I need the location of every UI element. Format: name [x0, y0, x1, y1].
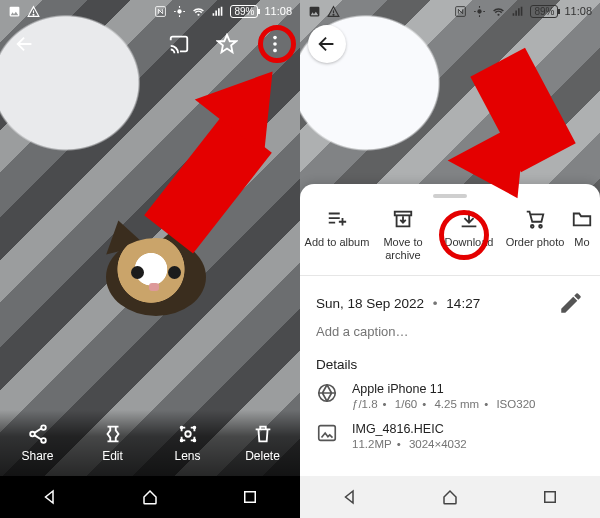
delete-button[interactable]: Delete — [225, 410, 300, 476]
nav-bar — [300, 476, 600, 518]
lens-icon — [177, 423, 199, 445]
svg-point-2 — [178, 9, 182, 13]
svg-rect-18 — [395, 212, 412, 216]
viewer-actions: Share Edit Lens Delete — [0, 410, 300, 476]
details-heading: Details — [316, 357, 584, 372]
share-icon — [27, 423, 49, 445]
camera-name: Apple iPhone 11 — [352, 382, 535, 396]
divider — [300, 275, 600, 276]
nav-home[interactable] — [433, 480, 467, 514]
nav-back[interactable] — [33, 480, 67, 514]
cast-button[interactable] — [162, 27, 196, 61]
archive-icon — [392, 208, 414, 230]
home-outline-icon — [441, 488, 459, 506]
action-label: Mo — [574, 236, 589, 249]
svg-point-9 — [185, 431, 191, 437]
clock: 11:08 — [564, 5, 592, 17]
svg-point-8 — [41, 438, 46, 443]
wifi-icon — [192, 5, 205, 18]
image-icon — [8, 5, 21, 18]
bottom-sheet[interactable]: Add to album Move toarchive Download Ord… — [300, 184, 600, 476]
annotation-circle — [258, 25, 296, 63]
signal-icon — [211, 5, 224, 18]
svg-rect-22 — [319, 426, 336, 441]
location-icon — [473, 5, 486, 18]
aperture-icon — [316, 382, 338, 404]
action-label: Move toarchive — [383, 236, 422, 261]
svg-point-17 — [478, 9, 482, 13]
edit-icon — [102, 423, 124, 445]
photo-datetime: Sun, 18 Sep 2022 14:27 — [316, 296, 480, 311]
nav-recent[interactable] — [233, 480, 267, 514]
annotation-arrow — [135, 70, 275, 250]
svg-point-0 — [33, 14, 34, 15]
square-icon — [541, 488, 559, 506]
svg-point-6 — [41, 425, 46, 430]
back-button[interactable] — [8, 27, 42, 61]
nav-recent[interactable] — [533, 480, 567, 514]
warning-icon — [327, 5, 340, 18]
status-bar: 89% 11:08 — [0, 0, 300, 22]
annotation-arrow — [440, 50, 600, 220]
svg-rect-23 — [545, 492, 556, 503]
home-outline-icon — [141, 488, 159, 506]
arrow-left-icon — [14, 33, 36, 55]
playlist-add-icon — [326, 208, 348, 230]
edit-datetime-button[interactable] — [558, 290, 584, 316]
details-section: Details Apple iPhone 11 ƒ/1.8 1/60 4.25 … — [300, 357, 600, 450]
warning-icon — [27, 5, 40, 18]
location-icon — [173, 5, 186, 18]
image-icon — [308, 5, 321, 18]
nav-bar — [0, 476, 300, 518]
battery-indicator: 89% — [530, 5, 558, 18]
delete-label: Delete — [245, 449, 280, 463]
svg-point-20 — [539, 225, 542, 228]
back-button[interactable] — [308, 25, 346, 63]
cast-icon — [168, 33, 190, 55]
photo-meta: Sun, 18 Sep 2022 14:27 Add a caption… — [300, 290, 600, 339]
battery-indicator: 89% — [230, 5, 258, 18]
svg-point-15 — [333, 14, 334, 15]
status-bar: 89% 11:08 — [300, 0, 600, 22]
svg-rect-14 — [245, 492, 256, 503]
triangle-back-icon — [41, 488, 59, 506]
edit-label: Edit — [102, 449, 123, 463]
wifi-icon — [492, 5, 505, 18]
camera-details: Apple iPhone 11 ƒ/1.8 1/60 4.25 mm ISO32… — [316, 382, 584, 410]
svg-point-7 — [30, 432, 35, 437]
lens-label: Lens — [174, 449, 200, 463]
clock: 11:08 — [264, 5, 292, 17]
trash-icon — [252, 423, 274, 445]
archive-button[interactable]: Move toarchive — [370, 208, 436, 261]
nfc-icon — [454, 5, 467, 18]
file-details: IMG_4816.HEIC 11.2MP 3024×4032 — [316, 422, 584, 450]
action-label: Add to album — [305, 236, 370, 249]
signal-icon — [511, 5, 524, 18]
edit-button[interactable]: Edit — [75, 410, 150, 476]
action-label: Order photo — [506, 236, 565, 249]
caption-input[interactable]: Add a caption… — [316, 324, 584, 339]
image-icon — [316, 422, 338, 444]
nav-home[interactable] — [133, 480, 167, 514]
camera-specs: ƒ/1.8 1/60 4.25 mm ISO320 — [352, 398, 535, 410]
add-to-album-button[interactable]: Add to album — [304, 208, 370, 261]
file-specs: 11.2MP 3024×4032 — [352, 438, 467, 450]
arrow-left-icon — [316, 33, 338, 55]
phone-viewer: 89% 11:08 Share — [0, 0, 300, 518]
share-button[interactable]: Share — [0, 410, 75, 476]
pencil-icon — [558, 290, 584, 316]
share-label: Share — [21, 449, 53, 463]
phone-sheet: 89% 11:08 Add to album Move toarchive — [300, 0, 600, 518]
file-name: IMG_4816.HEIC — [352, 422, 467, 436]
nav-back[interactable] — [333, 480, 367, 514]
square-icon — [241, 488, 259, 506]
nfc-icon — [154, 5, 167, 18]
lens-button[interactable]: Lens — [150, 410, 225, 476]
triangle-back-icon — [341, 488, 359, 506]
svg-point-19 — [531, 225, 534, 228]
